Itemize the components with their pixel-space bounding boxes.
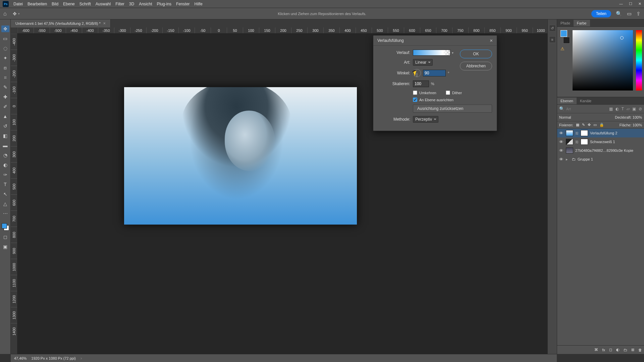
menu-filter[interactable]: Filter: [115, 2, 124, 6]
style-select[interactable]: Linear: [413, 59, 433, 66]
wand-tool[interactable]: ✦: [1, 55, 9, 61]
adjustment-layer-icon[interactable]: ◐: [616, 348, 620, 352]
layers-panel-icon[interactable]: ≡: [549, 36, 556, 43]
filter-shape-icon[interactable]: ▱: [627, 107, 630, 111]
move-tool-icon[interactable]: ✥: [13, 11, 17, 16]
healing-tool[interactable]: ✚: [1, 94, 9, 100]
export-icon[interactable]: ⇪: [636, 11, 641, 17]
tab-channels[interactable]: Kanäle: [577, 98, 595, 104]
layer-visibility-icon[interactable]: 👁: [558, 157, 564, 162]
pen-tool[interactable]: ✑: [1, 171, 9, 178]
filter-pixel-icon[interactable]: ▦: [609, 107, 613, 111]
method-select[interactable]: Perzeptiv: [413, 116, 438, 123]
zoom-level[interactable]: 47,46%: [14, 356, 26, 360]
angle-input[interactable]: [423, 70, 446, 76]
frame-tool[interactable]: ⌗: [1, 74, 9, 81]
move-tool[interactable]: ✥: [1, 25, 9, 32]
search-icon[interactable]: 🔍: [616, 11, 622, 17]
align-checkbox[interactable]: An Ebene ausrichten: [413, 98, 492, 102]
add-mask-icon[interactable]: ◻: [609, 348, 612, 352]
menu-auswahl[interactable]: Auswahl: [96, 2, 111, 6]
link-icon[interactable]: ⛓: [575, 140, 579, 144]
fg-swatch[interactable]: [560, 30, 567, 37]
layer-name[interactable]: Schwarzweiß 1: [590, 140, 643, 144]
dialog-close-icon[interactable]: ×: [490, 38, 493, 43]
home-icon[interactable]: ⌂: [3, 11, 7, 17]
menu-fenster[interactable]: Fenster: [176, 2, 190, 6]
path-tool[interactable]: ↖: [1, 191, 9, 197]
hue-slider[interactable]: [636, 30, 642, 90]
angle-dial[interactable]: [413, 69, 421, 77]
delete-layer-icon[interactable]: 🗑: [638, 348, 642, 352]
layer-row[interactable]: 👁▸🗀Gruppe 1: [557, 155, 644, 164]
mask-thumbnail[interactable]: [581, 130, 588, 136]
document-tab[interactable]: Unbenannt-1 bei 47,5% (Verlaufsfüllung 2…: [11, 19, 111, 27]
menu-schrift[interactable]: Schrift: [79, 2, 91, 6]
layer-visibility-icon[interactable]: 👁: [558, 148, 564, 153]
color-field[interactable]: [573, 30, 633, 90]
marquee-tool[interactable]: ▭: [1, 35, 9, 42]
tab-paths[interactable]: Pfade: [557, 20, 574, 26]
lock-artboard-icon[interactable]: ▭: [593, 123, 597, 127]
menu-3d[interactable]: 3D: [129, 2, 134, 6]
canvas-document[interactable]: [124, 87, 357, 225]
gradient-preview[interactable]: [413, 50, 450, 56]
layer-thumbnail[interactable]: [566, 130, 573, 136]
hand-tool[interactable]: ⋯: [1, 210, 9, 217]
cancel-button[interactable]: Abbrechen: [460, 62, 492, 70]
workspace-icon[interactable]: ▭: [627, 11, 632, 17]
gradient-dropdown-icon[interactable]: ▾: [452, 51, 453, 55]
lock-brush-icon[interactable]: ✎: [582, 123, 585, 127]
layer-row[interactable]: 👁⛓Schwarzweiß 1: [557, 137, 644, 146]
doc-info[interactable]: 1920 Px x 1080 Px (72 ppi): [31, 356, 76, 360]
color-swatch[interactable]: [2, 223, 9, 231]
share-button[interactable]: Teilen: [591, 10, 611, 17]
layer-thumbnail[interactable]: [566, 147, 573, 154]
new-layer-icon[interactable]: ⊞: [631, 348, 634, 352]
color-swatch-group[interactable]: [560, 30, 570, 44]
type-tool[interactable]: T: [1, 181, 9, 188]
tab-close-icon[interactable]: ×: [103, 21, 106, 26]
menu-plugins[interactable]: Plug-ins: [157, 2, 171, 6]
menu-hilfe[interactable]: Hilfe: [195, 2, 203, 6]
filter-adjust-icon[interactable]: ◐: [615, 107, 619, 111]
new-group-icon[interactable]: 🗀: [624, 348, 627, 352]
gradient-tool[interactable]: ▬: [1, 142, 9, 149]
window-close-icon[interactable]: ✕: [638, 2, 641, 6]
layer-name[interactable]: 27b0480a7f4882…82990c0e Kopie: [575, 148, 643, 153]
history-brush-tool[interactable]: ↺: [1, 123, 9, 129]
layer-name[interactable]: Verlaufsfüllung 2: [590, 131, 643, 135]
brush-tool[interactable]: ✐: [1, 103, 9, 110]
window-maximize-icon[interactable]: ☐: [629, 2, 632, 6]
lock-position-icon[interactable]: ✥: [588, 123, 591, 127]
crop-tool[interactable]: ⧈: [1, 64, 9, 71]
folder-toggle-icon[interactable]: ▸: [566, 157, 570, 162]
status-chevron-icon[interactable]: ›: [80, 356, 82, 361]
layer-fx-icon[interactable]: fx: [602, 348, 605, 352]
layer-row[interactable]: 👁27b0480a7f4882…82990c0e Kopie: [557, 146, 644, 155]
search-icon[interactable]: 🔍: [559, 106, 565, 111]
lasso-tool[interactable]: ◌: [1, 45, 9, 52]
eraser-tool[interactable]: ◧: [1, 132, 9, 139]
link-icon[interactable]: ⛓: [575, 131, 579, 135]
opacity-value[interactable]: 100%: [633, 115, 642, 119]
scale-input[interactable]: [413, 80, 429, 87]
eyedropper-tool[interactable]: ✎: [1, 84, 9, 90]
layer-visibility-icon[interactable]: 👁: [558, 131, 564, 136]
layer-filter-kind[interactable]: Art: [566, 107, 571, 111]
dither-checkbox[interactable]: Dither: [446, 90, 462, 95]
filter-toggle-icon[interactable]: ⊘: [639, 107, 642, 111]
layer-visibility-icon[interactable]: 👁: [558, 139, 564, 144]
menu-bild[interactable]: Bild: [52, 2, 58, 6]
filter-smart-icon[interactable]: ▣: [632, 107, 636, 111]
ok-button[interactable]: OK: [460, 50, 492, 58]
menu-ebene[interactable]: Ebene: [63, 2, 75, 6]
dialog-titlebar[interactable]: Verlaufsfüllung ×: [373, 36, 497, 46]
foreground-color-swatch[interactable]: [2, 223, 7, 229]
quick-mask-tool[interactable]: ◻: [1, 234, 9, 240]
tab-color[interactable]: Farbe: [574, 20, 590, 26]
blur-tool[interactable]: ◔: [1, 152, 9, 159]
screen-mode-tool[interactable]: ▣: [1, 243, 9, 250]
menu-ansicht[interactable]: Ansicht: [139, 2, 152, 6]
filter-type-icon[interactable]: T: [622, 107, 624, 111]
